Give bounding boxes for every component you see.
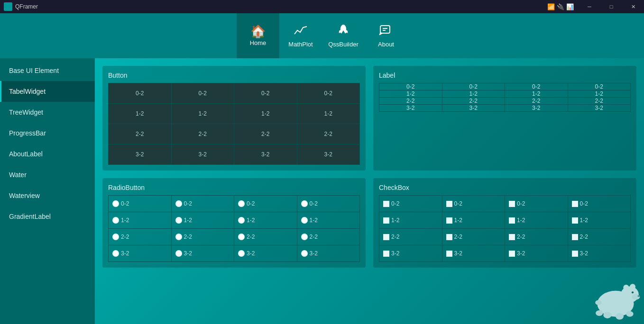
sidebar-item-tabel-widget[interactable]: TabelWidget — [0, 81, 95, 102]
radio-cell-1-2[interactable]: 1-2 — [234, 212, 297, 228]
radio-cell-1-1[interactable]: 1-2 — [172, 212, 234, 228]
checkbox-cell-3-0[interactable]: 3-2 — [379, 245, 442, 261]
radio-cell-2-3[interactable]: 2-2 — [297, 229, 360, 245]
svg-point-8 — [623, 285, 629, 290]
button-cell-1-0[interactable]: 1-2 — [109, 104, 171, 124]
wifi-icon: 📶 — [547, 3, 555, 10]
maximize-button[interactable]: □ — [600, 0, 622, 13]
label-cell-0-0: 0-2 — [379, 83, 442, 90]
sidebar-item-base-ui-element[interactable]: Base UI Element — [0, 60, 95, 81]
sidebar-item-progress-bar[interactable]: ProgressBar — [0, 123, 95, 144]
button-cell-3-3[interactable]: 3-2 — [297, 144, 360, 164]
checkbox-cell-3-1[interactable]: 3-2 — [442, 245, 505, 261]
checkbox-cell-2-1[interactable]: 2-2 — [442, 229, 505, 245]
checkbox-cell-0-3[interactable]: 0-2 — [568, 196, 631, 212]
checkbox-cell-0-2[interactable]: 0-2 — [505, 196, 568, 212]
button-cell-3-2[interactable]: 3-2 — [234, 144, 297, 164]
svg-point-9 — [630, 284, 635, 289]
label-cell-0-1: 0-2 — [442, 83, 505, 90]
label-cell-1-1: 1-2 — [442, 90, 505, 98]
label-cell-2-0: 2-2 — [379, 98, 442, 105]
button-cell-2-0[interactable]: 2-2 — [109, 124, 171, 144]
svg-point-6 — [637, 295, 640, 297]
button-cell-0-3[interactable]: 0-2 — [297, 83, 360, 103]
checkbox-cell-3-2[interactable]: 3-2 — [505, 245, 568, 261]
radio-cell-3-1[interactable]: 3-2 — [172, 245, 234, 261]
checkbox-cell-0-0[interactable]: 0-2 — [379, 196, 442, 212]
radio-cell-2-2[interactable]: 2-2 — [234, 229, 297, 245]
sidebar-item-tree-widget[interactable]: TreeWidget — [0, 102, 95, 123]
sidebar-item-waterview[interactable]: Waterview — [0, 185, 95, 206]
button-cell-3-1[interactable]: 3-2 — [172, 144, 234, 164]
radio-cell-2-0[interactable]: 2-2 — [109, 229, 171, 245]
checkbox-cell-0-1[interactable]: 0-2 — [442, 196, 505, 212]
close-button[interactable]: ✕ — [622, 0, 644, 13]
titlebar: QFramer 📶 🔌 📊 ─ □ ✕ — [0, 0, 644, 13]
button-cell-2-2[interactable]: 2-2 — [234, 124, 297, 144]
checkbox-grid: 0-2 0-2 0-2 0-2 1-2 1-2 1-2 1-2 2-2 2-2 … — [379, 195, 631, 262]
radio-cell-1-3[interactable]: 1-2 — [297, 212, 360, 228]
svg-point-7 — [632, 291, 634, 293]
nav-qssbuilder[interactable]: QssBuilder — [322, 13, 365, 58]
button-cell-1-1[interactable]: 1-2 — [172, 104, 234, 124]
home-icon: 🏠 — [250, 25, 266, 37]
svg-point-13 — [626, 311, 633, 317]
button-cell-2-1[interactable]: 2-2 — [172, 124, 234, 144]
svg-point-10 — [603, 312, 611, 319]
label-panel: Label 0-20-20-20-21-21-21-21-22-22-22-22… — [373, 66, 636, 171]
radio-cell-3-2[interactable]: 3-2 — [234, 245, 297, 261]
checkbox-indicator — [446, 251, 452, 257]
nav-about[interactable]: About — [365, 13, 407, 58]
radio-cell-3-0[interactable]: 3-2 — [109, 245, 171, 261]
radio-button-indicator — [112, 200, 119, 207]
button-cell-0-0[interactable]: 0-2 — [109, 83, 171, 103]
checkbox-cell-1-1[interactable]: 1-2 — [442, 212, 505, 228]
button-cell-2-3[interactable]: 2-2 — [297, 124, 360, 144]
radio-cell-0-2[interactable]: 0-2 — [234, 196, 297, 212]
checkbox-panel: CheckBox 0-2 0-2 0-2 0-2 1-2 1-2 1-2 1-2… — [373, 178, 636, 268]
button-cell-3-0[interactable]: 3-2 — [109, 144, 171, 164]
checkbox-indicator — [509, 217, 515, 224]
radio-cell-2-1[interactable]: 2-2 — [172, 229, 234, 245]
sidebar-item-gradient-label[interactable]: GradientLabel — [0, 206, 95, 227]
checkbox-cell-2-2[interactable]: 2-2 — [505, 229, 568, 245]
checkbox-indicator — [572, 251, 578, 257]
checkbox-indicator — [383, 217, 389, 224]
content-area: Button 0-20-20-20-21-21-21-21-22-22-22-2… — [95, 58, 644, 324]
radio-button-indicator — [238, 217, 245, 224]
checkbox-cell-3-3[interactable]: 3-2 — [568, 245, 631, 261]
nav-home[interactable]: 🏠 Home — [237, 13, 279, 58]
label-cell-3-1: 3-2 — [442, 105, 505, 112]
button-cell-0-2[interactable]: 0-2 — [234, 83, 297, 103]
label-cell-3-0: 3-2 — [379, 105, 442, 112]
sidebar-item-water[interactable]: Water — [0, 164, 95, 185]
label-cell-0-3: 0-2 — [568, 83, 631, 90]
label-cell-2-3: 2-2 — [568, 98, 631, 105]
about-icon — [379, 24, 393, 39]
radio-cell-0-0[interactable]: 0-2 — [109, 196, 171, 212]
checkbox-indicator — [572, 234, 578, 240]
minimize-button[interactable]: ─ — [579, 0, 600, 13]
checkbox-cell-2-3[interactable]: 2-2 — [568, 229, 631, 245]
radio-cell-1-0[interactable]: 1-2 — [109, 212, 171, 228]
radio-cell-0-3[interactable]: 0-2 — [297, 196, 360, 212]
svg-point-14 — [595, 300, 602, 305]
checkbox-cell-1-3[interactable]: 1-2 — [568, 212, 631, 228]
top-panels-row: Button 0-20-20-20-21-21-21-21-22-22-22-2… — [102, 66, 636, 171]
checkbox-cell-1-2[interactable]: 1-2 — [505, 212, 568, 228]
checkbox-cell-2-0[interactable]: 2-2 — [379, 229, 442, 245]
label-cell-2-2: 2-2 — [505, 98, 568, 105]
label-cell-1-0: 1-2 — [379, 90, 442, 98]
button-cell-1-3[interactable]: 1-2 — [297, 104, 360, 124]
radio-cell-0-1[interactable]: 0-2 — [172, 196, 234, 212]
nav-mathplot[interactable]: MathPlot — [279, 13, 322, 58]
checkbox-indicator — [446, 234, 452, 240]
button-cell-0-1[interactable]: 0-2 — [172, 83, 234, 103]
sidebar-item-about-label[interactable]: AboutLabel — [0, 144, 95, 164]
app-icon — [4, 2, 12, 11]
checkbox-indicator — [446, 217, 452, 224]
button-cell-1-2[interactable]: 1-2 — [234, 104, 297, 124]
checkbox-cell-1-0[interactable]: 1-2 — [379, 212, 442, 228]
home-label: Home — [250, 39, 267, 46]
radio-cell-3-3[interactable]: 3-2 — [297, 245, 360, 261]
